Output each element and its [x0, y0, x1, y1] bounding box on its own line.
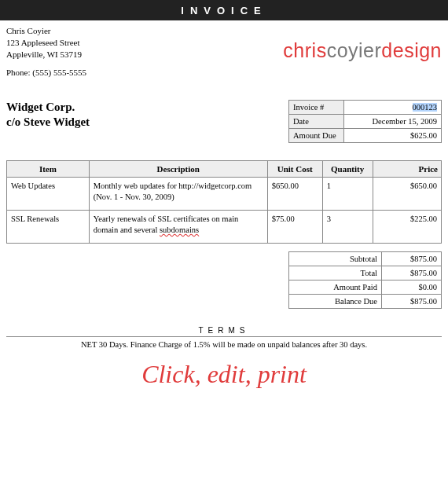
- cell-cost[interactable]: $75.00: [267, 211, 322, 244]
- meta-due-label: Amount Due: [289, 129, 344, 143]
- meta-due-value[interactable]: $625.00: [344, 129, 442, 143]
- client-name: Widget Corp.: [6, 100, 90, 115]
- balance-label: Balance Due: [289, 295, 382, 309]
- totals-table: Subtotal$875.00 Total$875.00 Amount Paid…: [288, 251, 442, 309]
- client-block[interactable]: Widget Corp. c/o Steve Widget: [6, 100, 90, 130]
- cell-desc[interactable]: Monthly web updates for http://widgetcor…: [89, 178, 267, 211]
- cell-cost[interactable]: $650.00: [267, 178, 322, 211]
- cell-desc[interactable]: Yearly renewals of SSL certificates on m…: [89, 211, 267, 244]
- paid-label: Amount Paid: [289, 280, 382, 295]
- meta-invoice-label: Invoice #: [289, 101, 344, 115]
- client-co: c/o Steve Widget: [6, 115, 90, 130]
- logo-part1: chris: [283, 39, 326, 61]
- subtotal-value: $875.00: [382, 252, 442, 266]
- col-price: Price: [373, 161, 441, 178]
- table-row[interactable]: SSL Renewals Yearly renewals of SSL cert…: [7, 211, 442, 244]
- terms-body[interactable]: NET 30 Days. Finance Charge of 1.5% will…: [6, 340, 442, 349]
- sender-name: Chris Coyier: [6, 25, 86, 37]
- invoice-meta: Invoice # 000123 Date December 15, 2009 …: [288, 100, 442, 143]
- logo: chriscoyierdesign: [283, 39, 442, 62]
- tagline: Click, edit, print: [6, 360, 442, 389]
- meta-date-label: Date: [289, 115, 344, 129]
- cell-item[interactable]: Web Updates: [7, 178, 90, 211]
- sender-phone: Phone: (555) 555-5555: [6, 67, 86, 79]
- terms-heading: TERMS: [6, 326, 442, 337]
- cell-price[interactable]: $225.00: [373, 211, 441, 244]
- meta-invoice-value[interactable]: 000123: [344, 101, 442, 115]
- total-value: $875.00: [382, 266, 442, 280]
- meta-date-value[interactable]: December 15, 2009: [344, 115, 442, 129]
- col-qty: Quantity: [322, 161, 373, 178]
- sender-citystate: Appleville, WI 53719: [6, 49, 86, 60]
- cell-item[interactable]: SSL Renewals: [7, 211, 90, 244]
- paid-value: $0.00: [382, 280, 442, 295]
- cell-price[interactable]: $650.00: [373, 178, 441, 211]
- line-items-table: Item Description Unit Cost Quantity Pric…: [6, 160, 442, 244]
- invoice-banner: INVOICE: [0, 0, 448, 20]
- col-item: Item: [7, 161, 90, 178]
- cell-qty[interactable]: 3: [322, 211, 373, 244]
- balance-value: $875.00: [382, 295, 442, 309]
- subtotal-label: Subtotal: [289, 252, 382, 266]
- logo-part3: design: [381, 39, 442, 61]
- col-desc: Description: [89, 161, 267, 178]
- sender-street: 123 Appleseed Street: [6, 37, 86, 49]
- col-cost: Unit Cost: [267, 161, 322, 178]
- cell-qty[interactable]: 1: [322, 178, 373, 211]
- logo-part2: coyier: [327, 39, 382, 61]
- table-row[interactable]: Web Updates Monthly web updates for http…: [7, 178, 442, 211]
- sender-address[interactable]: Chris Coyier 123 Appleseed Street Applev…: [6, 25, 86, 78]
- total-label: Total: [289, 266, 382, 280]
